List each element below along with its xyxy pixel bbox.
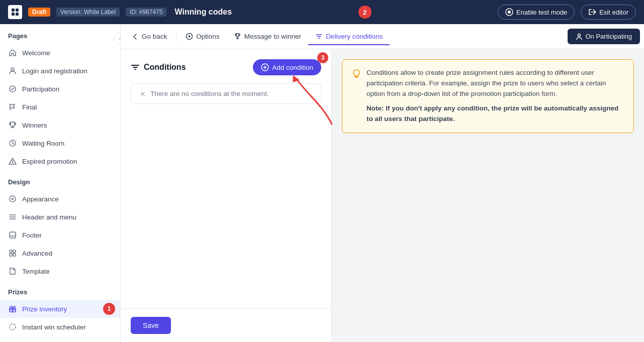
flag-icon xyxy=(8,102,17,111)
sidebar-item-winners[interactable]: Winners xyxy=(0,116,120,134)
draft-badge: Draft xyxy=(28,8,50,17)
participating-icon xyxy=(576,33,583,40)
sidebar-item-header-menu[interactable]: Header and menu xyxy=(0,208,120,226)
go-back-button[interactable]: Go back xyxy=(125,29,174,44)
options-icon xyxy=(186,33,193,40)
on-participating-button[interactable]: On Participating xyxy=(568,29,640,44)
svg-point-20 xyxy=(189,36,191,38)
filter-icon xyxy=(315,33,323,40)
sidebar-item-welcome-label: Welcome xyxy=(22,49,50,57)
template-icon xyxy=(8,267,17,276)
design-section-label: Design xyxy=(0,170,120,190)
svg-rect-0 xyxy=(12,9,15,12)
right-panel: Conditions allow to create prize assignm… xyxy=(332,49,644,342)
info-box: Conditions allow to create prize assignm… xyxy=(342,59,634,133)
sidebar-item-login[interactable]: Login and registration xyxy=(0,62,120,80)
content-area: Conditions Add condition 3 There are no … xyxy=(121,49,644,342)
options-button[interactable]: Options xyxy=(178,29,227,44)
advanced-icon xyxy=(8,249,17,258)
sidebar-item-coupon[interactable]: Coupon redemption xyxy=(0,336,120,342)
sidebar-item-appearance[interactable]: Appearance xyxy=(0,190,120,208)
plus-icon xyxy=(261,63,269,71)
id-badge: ID: #987475 xyxy=(126,8,166,17)
sidebar-item-advanced[interactable]: Advanced xyxy=(0,244,120,262)
sidebar-item-template[interactable]: Template xyxy=(0,262,120,280)
alert-icon xyxy=(8,157,17,166)
close-icon xyxy=(139,90,146,97)
topbar: Draft Version: White Label ID: #987475 W… xyxy=(0,0,644,24)
left-panel-footer: Save xyxy=(121,308,331,342)
toolbar-divider xyxy=(176,31,176,43)
trophy-icon xyxy=(234,33,241,40)
enable-test-mode-button[interactable]: Enable test mode xyxy=(498,5,575,20)
participation-icon xyxy=(8,84,17,93)
exit-icon xyxy=(588,8,596,16)
sidebar: ‹ Pages Welcome Login and registration P… xyxy=(0,24,121,342)
sidebar-item-prize-inventory-label: Prize inventory xyxy=(22,305,67,313)
toolbar: Go back Options Message to winner Delive… xyxy=(121,24,644,49)
svg-rect-2 xyxy=(12,13,15,16)
appearance-icon xyxy=(8,194,17,203)
pages-section-label: Pages xyxy=(0,24,120,44)
sidebar-item-final[interactable]: Final xyxy=(0,98,120,116)
conditions-title: Conditions xyxy=(131,63,186,72)
filter-conditions-icon xyxy=(131,63,140,72)
sidebar-item-footer-label: Footer xyxy=(22,232,42,239)
svg-rect-3 xyxy=(16,13,19,16)
sidebar-item-waiting-room-label: Waiting Room xyxy=(22,140,64,147)
sidebar-item-expired[interactable]: Expired promotion xyxy=(0,152,120,170)
svg-rect-15 xyxy=(13,254,16,256)
prize-inventory-badge: 1 xyxy=(103,303,115,315)
arrow-annotation xyxy=(292,74,352,129)
svg-rect-1 xyxy=(16,9,19,12)
svg-rect-14 xyxy=(10,254,12,256)
go-back-icon xyxy=(132,33,139,40)
footer-icon xyxy=(8,231,17,240)
svg-rect-12 xyxy=(10,250,12,253)
sidebar-item-footer[interactable]: Footer xyxy=(0,226,120,244)
instant-win-icon xyxy=(8,322,17,331)
left-panel: Conditions Add condition 3 There are no … xyxy=(121,49,332,342)
exit-editor-button[interactable]: Exit editor xyxy=(581,5,636,20)
sidebar-item-expired-label: Expired promotion xyxy=(22,158,77,165)
save-button[interactable]: Save xyxy=(131,317,171,334)
page-title: Winning codes xyxy=(174,8,232,17)
sidebar-item-instant-win-label: Instant win scheduler xyxy=(22,323,86,331)
sidebar-item-waiting-room[interactable]: Waiting Room xyxy=(0,134,120,152)
gift-icon xyxy=(8,304,17,313)
trophy-icon xyxy=(8,121,17,130)
message-to-winner-button[interactable]: Message to winner xyxy=(227,29,308,44)
svg-point-10 xyxy=(12,198,14,200)
home-icon xyxy=(8,48,17,57)
sidebar-item-template-label: Template xyxy=(22,268,50,275)
sidebar-item-participation-label: Participation xyxy=(22,85,59,93)
delivery-conditions-button[interactable]: Delivery conditions xyxy=(308,29,390,45)
svg-rect-11 xyxy=(10,232,16,238)
clock-icon xyxy=(8,139,17,148)
info-box-body: Conditions allow to create prize assignm… xyxy=(366,68,624,125)
svg-point-17 xyxy=(10,324,16,330)
svg-rect-13 xyxy=(13,250,16,253)
sidebar-item-welcome[interactable]: Welcome xyxy=(0,44,120,62)
sidebar-item-advanced-label: Advanced xyxy=(22,250,52,257)
prizes-section-label: Prizes xyxy=(0,280,120,300)
sidebar-item-header-menu-label: Header and menu xyxy=(22,213,76,221)
main-area: Go back Options Message to winner Delive… xyxy=(121,24,644,342)
svg-point-6 xyxy=(11,68,14,71)
sidebar-item-instant-win[interactable]: Instant win scheduler xyxy=(0,318,120,336)
sidebar-item-appearance-label: Appearance xyxy=(22,195,59,203)
sidebar-item-participation[interactable]: Participation xyxy=(0,80,120,98)
menu-icon xyxy=(8,212,17,221)
lightbulb-icon xyxy=(351,69,361,79)
sidebar-item-prize-inventory[interactable]: Prize inventory 1 xyxy=(0,300,120,318)
user-icon xyxy=(8,66,17,75)
logo xyxy=(8,5,22,19)
sidebar-item-winners-label: Winners xyxy=(22,122,47,129)
add-condition-button[interactable]: Add condition xyxy=(253,59,321,75)
step-2-badge: 2 xyxy=(358,6,372,19)
sidebar-item-final-label: Final xyxy=(22,103,37,111)
step-3-badge: 3 xyxy=(317,52,328,63)
sidebar-item-login-label: Login and registration xyxy=(22,67,87,75)
svg-point-5 xyxy=(508,11,511,14)
svg-point-21 xyxy=(578,34,580,36)
